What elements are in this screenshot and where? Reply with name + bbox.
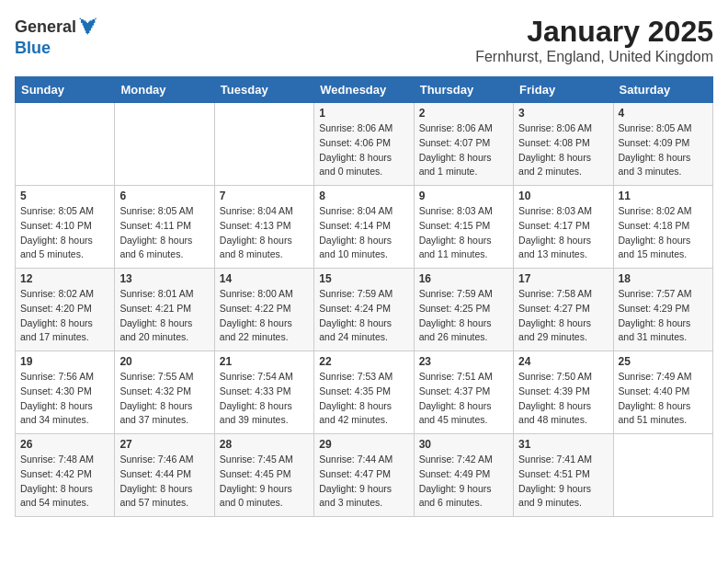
day-info: Sunrise: 8:06 AMSunset: 4:06 PMDaylight:… [319, 121, 408, 179]
logo-bird-icon: ⮟ [78, 15, 98, 39]
day-number: 16 [419, 272, 508, 285]
day-cell: 29Sunrise: 7:44 AMSunset: 4:47 PMDayligh… [314, 434, 414, 517]
day-number: 28 [220, 438, 309, 451]
day-info: Sunrise: 7:42 AMSunset: 4:49 PMDaylight:… [419, 453, 508, 511]
day-cell: 20Sunrise: 7:55 AMSunset: 4:32 PMDayligh… [115, 351, 214, 434]
day-number: 20 [119, 355, 209, 368]
week-row-5: 26Sunrise: 7:48 AMSunset: 4:42 PMDayligh… [16, 434, 713, 517]
week-row-1: 1Sunrise: 8:06 AMSunset: 4:06 PMDaylight… [16, 103, 713, 186]
day-cell: 10Sunrise: 8:03 AMSunset: 4:17 PMDayligh… [514, 186, 613, 269]
day-cell: 7Sunrise: 8:04 AMSunset: 4:13 PMDaylight… [214, 186, 313, 269]
day-number: 7 [220, 190, 309, 202]
day-info: Sunrise: 7:54 AMSunset: 4:33 PMDaylight:… [220, 370, 309, 428]
day-number: 13 [119, 272, 209, 285]
day-info: Sunrise: 7:57 AMSunset: 4:29 PMDaylight:… [619, 287, 708, 345]
column-header-tuesday: Tuesday [214, 77, 313, 103]
day-cell [16, 103, 115, 186]
day-cell: 24Sunrise: 7:50 AMSunset: 4:39 PMDayligh… [514, 351, 613, 434]
day-number: 19 [20, 355, 109, 368]
day-cell [613, 434, 712, 517]
day-number: 29 [319, 438, 408, 451]
day-info: Sunrise: 7:59 AMSunset: 4:25 PMDaylight:… [419, 287, 508, 345]
day-cell: 17Sunrise: 7:58 AMSunset: 4:27 PMDayligh… [514, 269, 613, 351]
logo-general: General [15, 17, 76, 37]
day-cell: 4Sunrise: 8:05 AMSunset: 4:09 PMDaylight… [613, 103, 712, 186]
day-info: Sunrise: 8:02 AMSunset: 4:20 PMDaylight:… [20, 287, 109, 345]
day-number: 14 [220, 272, 309, 285]
day-cell: 18Sunrise: 7:57 AMSunset: 4:29 PMDayligh… [613, 269, 712, 351]
day-info: Sunrise: 8:06 AMSunset: 4:07 PMDaylight:… [419, 121, 508, 179]
day-cell: 3Sunrise: 8:06 AMSunset: 4:08 PMDaylight… [514, 103, 613, 186]
day-cell [214, 103, 313, 186]
day-cell: 22Sunrise: 7:53 AMSunset: 4:35 PMDayligh… [314, 351, 414, 434]
day-info: Sunrise: 8:06 AMSunset: 4:08 PMDaylight:… [518, 121, 608, 179]
day-info: Sunrise: 8:05 AMSunset: 4:10 PMDaylight:… [20, 204, 109, 262]
day-number: 2 [419, 107, 508, 120]
day-info: Sunrise: 8:02 AMSunset: 4:18 PMDaylight:… [619, 204, 708, 262]
day-info: Sunrise: 7:46 AMSunset: 4:44 PMDaylight:… [119, 453, 209, 511]
day-number: 11 [619, 190, 708, 202]
day-cell: 15Sunrise: 7:59 AMSunset: 4:24 PMDayligh… [314, 269, 414, 351]
day-info: Sunrise: 7:45 AMSunset: 4:45 PMDaylight:… [220, 453, 309, 511]
day-number: 15 [319, 272, 408, 285]
header: General ⮟ Blue January 2025 Fernhurst, E… [15, 15, 713, 65]
day-cell: 26Sunrise: 7:48 AMSunset: 4:42 PMDayligh… [16, 434, 115, 517]
day-number: 17 [518, 272, 608, 285]
day-cell: 27Sunrise: 7:46 AMSunset: 4:44 PMDayligh… [115, 434, 214, 517]
day-info: Sunrise: 8:01 AMSunset: 4:21 PMDaylight:… [119, 287, 209, 345]
day-number: 23 [419, 355, 508, 368]
day-cell: 23Sunrise: 7:51 AMSunset: 4:37 PMDayligh… [414, 351, 513, 434]
day-info: Sunrise: 7:48 AMSunset: 4:42 PMDaylight:… [20, 453, 109, 511]
day-info: Sunrise: 7:41 AMSunset: 4:51 PMDaylight:… [518, 453, 608, 511]
day-number: 10 [518, 190, 608, 202]
day-number: 6 [119, 190, 209, 202]
day-cell: 13Sunrise: 8:01 AMSunset: 4:21 PMDayligh… [115, 269, 214, 351]
day-info: Sunrise: 8:04 AMSunset: 4:13 PMDaylight:… [220, 204, 309, 262]
day-cell: 16Sunrise: 7:59 AMSunset: 4:25 PMDayligh… [414, 269, 513, 351]
day-cell [115, 103, 214, 186]
day-number: 12 [20, 272, 109, 285]
day-info: Sunrise: 7:53 AMSunset: 4:35 PMDaylight:… [319, 370, 408, 428]
day-cell: 19Sunrise: 7:56 AMSunset: 4:30 PMDayligh… [16, 351, 115, 434]
logo-blue: Blue [15, 39, 51, 58]
column-header-thursday: Thursday [414, 77, 513, 103]
day-number: 30 [419, 438, 508, 451]
day-cell: 9Sunrise: 8:03 AMSunset: 4:15 PMDaylight… [414, 186, 513, 269]
day-cell: 25Sunrise: 7:49 AMSunset: 4:40 PMDayligh… [613, 351, 712, 434]
day-info: Sunrise: 7:56 AMSunset: 4:30 PMDaylight:… [20, 370, 109, 428]
week-row-3: 12Sunrise: 8:02 AMSunset: 4:20 PMDayligh… [16, 269, 713, 351]
day-number: 3 [518, 107, 608, 120]
day-number: 25 [619, 355, 708, 368]
day-info: Sunrise: 7:44 AMSunset: 4:47 PMDaylight:… [319, 453, 408, 511]
day-number: 8 [319, 190, 408, 202]
day-cell: 30Sunrise: 7:42 AMSunset: 4:49 PMDayligh… [414, 434, 513, 517]
day-cell: 8Sunrise: 8:04 AMSunset: 4:14 PMDaylight… [314, 186, 414, 269]
column-header-monday: Monday [115, 77, 214, 103]
day-number: 22 [319, 355, 408, 368]
week-row-4: 19Sunrise: 7:56 AMSunset: 4:30 PMDayligh… [16, 351, 713, 434]
day-info: Sunrise: 8:03 AMSunset: 4:17 PMDaylight:… [518, 204, 608, 262]
day-number: 9 [419, 190, 508, 202]
day-info: Sunrise: 7:51 AMSunset: 4:37 PMDaylight:… [419, 370, 508, 428]
day-cell: 6Sunrise: 8:05 AMSunset: 4:11 PMDaylight… [115, 186, 214, 269]
day-cell: 31Sunrise: 7:41 AMSunset: 4:51 PMDayligh… [514, 434, 613, 517]
month-title: January 2025 [475, 15, 713, 49]
day-info: Sunrise: 8:04 AMSunset: 4:14 PMDaylight:… [319, 204, 408, 262]
column-header-friday: Friday [514, 77, 613, 103]
day-number: 31 [518, 438, 608, 451]
column-header-sunday: Sunday [16, 77, 115, 103]
day-cell: 5Sunrise: 8:05 AMSunset: 4:10 PMDaylight… [16, 186, 115, 269]
day-number: 26 [20, 438, 109, 451]
day-number: 1 [319, 107, 408, 120]
day-info: Sunrise: 7:50 AMSunset: 4:39 PMDaylight:… [518, 370, 608, 428]
day-cell: 12Sunrise: 8:02 AMSunset: 4:20 PMDayligh… [16, 269, 115, 351]
day-number: 4 [619, 107, 708, 120]
day-cell: 21Sunrise: 7:54 AMSunset: 4:33 PMDayligh… [214, 351, 313, 434]
day-info: Sunrise: 8:05 AMSunset: 4:09 PMDaylight:… [619, 121, 708, 179]
day-number: 24 [518, 355, 608, 368]
day-cell: 2Sunrise: 8:06 AMSunset: 4:07 PMDaylight… [414, 103, 513, 186]
day-info: Sunrise: 7:49 AMSunset: 4:40 PMDaylight:… [619, 370, 708, 428]
day-info: Sunrise: 7:55 AMSunset: 4:32 PMDaylight:… [119, 370, 209, 428]
logo: General ⮟ Blue [15, 15, 98, 58]
calendar-table: SundayMondayTuesdayWednesdayThursdayFrid… [15, 76, 713, 517]
